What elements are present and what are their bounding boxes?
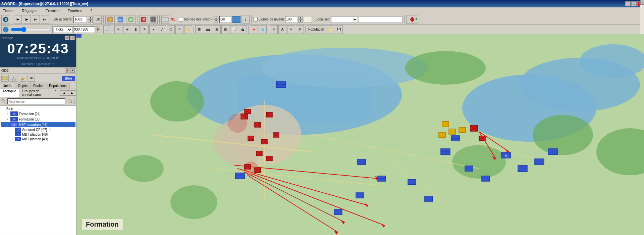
ticks-input[interactable] [73,26,95,33]
mail-button[interactable] [161,15,170,24]
refresh2-button[interactable]: 🔄 [103,25,111,34]
tree-mbt-squadron-46[interactable]: − ⊟ MBT squadron [46] [1,122,75,127]
grid-button[interactable] [149,15,158,24]
zoom-slider[interactable] [11,27,51,32]
atom-button[interactable]: ⚛ [270,25,278,34]
scroll-up-button[interactable]: ▲ [640,0,644,5]
clock-pin-button[interactable]: 📌 [65,36,69,40]
save-map-button[interactable]: 💾 [335,25,343,34]
cursor2-button[interactable]: ✛ [123,25,131,34]
odb-eye-button[interactable]: 👁 [28,75,35,82]
menu-fenetres[interactable]: Fenêtres [66,9,84,13]
expand-formation-24[interactable]: + [5,112,9,116]
delete-button[interactable]: ✕ [139,15,148,24]
lignes-down[interactable]: ▼ [298,19,303,23]
text-button[interactable]: A [278,25,286,34]
tab-foules[interactable]: Foules [31,83,46,89]
tab-populations[interactable]: Populations [46,83,69,89]
lignes-up[interactable]: ▲ [298,16,303,19]
maximize-button[interactable]: □ [631,1,637,6]
ticks-select[interactable]: Ticks [54,26,72,33]
refresh-button[interactable] [126,15,136,24]
tab-unites[interactable]: Unités [0,83,15,89]
odb-tree-button[interactable] [10,75,17,82]
minimize-button[interactable]: — [625,1,631,6]
search-button[interactable] [67,99,75,104]
fast-forward-button[interactable]: ⏭ [41,15,49,24]
odb-pin-button[interactable]: 📌 [65,68,69,73]
lignes-color-btn[interactable] [304,16,312,23]
expand-blue[interactable]: − [1,107,5,111]
hash-button[interactable]: # [296,25,304,34]
cursor-button[interactable]: ↖ [114,25,122,34]
tree-mbt-platoon-48[interactable]: T MBT platoon [48] [1,132,75,137]
search-input[interactable] [7,98,65,104]
odb-layer-button[interactable] [1,75,9,82]
odb-close-button[interactable]: ✕ [70,68,75,73]
subtab-groupes[interactable]: Groupes de connaissance [19,89,50,97]
subtab-next-button[interactable]: ▶ [68,90,76,96]
tree-mbt-platoon-49[interactable]: T MBT platoon [49] [1,137,75,141]
step-button[interactable]: ⏭ [32,15,40,24]
zoom-fit-button[interactable]: ⊞ [213,25,221,34]
population-button[interactable]: Population [307,25,325,34]
montee-eaux-input[interactable] [219,16,231,23]
menu-help[interactable]: ? [89,9,94,13]
speed-up-button[interactable]: ▲ [88,16,93,19]
medic-button[interactable]: ✚ [250,25,258,34]
clock-close-button[interactable]: ✕ [70,36,75,40]
trash-button[interactable]: 🗑 [132,25,140,34]
montee-up[interactable]: ▲ [214,16,218,19]
odb-lock-button[interactable]: 🔒 [19,75,26,82]
montee-arrow-btn[interactable]: ↕ [241,15,250,24]
ticks-down[interactable]: ▼ [96,30,100,33]
montee-down[interactable]: ▼ [214,19,218,23]
tree-formation-24[interactable]: + ⊞ Formation [24] [1,111,75,116]
layers-button[interactable]: 📊 [230,25,238,34]
play-button[interactable]: ▶ [23,15,31,24]
scenario-button[interactable]: ⚡ [105,15,115,24]
localiser-input[interactable] [359,16,402,23]
nav-button[interactable]: ⚑ [406,15,418,24]
subtab-prev-button[interactable]: ◀ [60,90,68,96]
rewind-button[interactable]: ⏮ [14,15,22,24]
tree-blue-root[interactable]: − Blue [1,106,75,111]
lignes-niveau-input[interactable] [285,16,297,23]
world-button[interactable] [1,25,10,34]
tab-objets[interactable]: Objets [15,83,31,89]
folder-button[interactable]: 📁 [326,25,334,34]
polygon-button[interactable]: ⬡ [167,25,175,34]
expand-formation-38[interactable]: + [5,117,9,121]
zoom-fit2-button[interactable]: ⊟ [221,25,229,34]
drop-button[interactable]: 💧 [259,25,267,34]
map-area[interactable]: ⊟ [76,34,644,235]
draw-button[interactable]: ✎ [141,25,149,34]
expand-mbt-46[interactable]: − [5,123,9,127]
measure-button[interactable]: 📐 [184,25,192,34]
map-button[interactable]: MAP [116,15,125,24]
arc-button[interactable]: ◠ [175,25,183,34]
montee-eaux-checkbox[interactable] [179,17,183,21]
montee-color-btn[interactable] [232,16,240,23]
subtab-lo[interactable]: Lo [50,89,59,97]
speed-down-button[interactable]: ▼ [88,19,93,23]
lignes-niveau-checkbox[interactable] [253,17,258,21]
localiser-select[interactable] [331,16,358,23]
home-button[interactable]: S [1,15,10,24]
tree-formation-38[interactable]: + ⊞ Formation [38] [1,116,75,122]
ticks-up[interactable]: ▲ [96,26,100,30]
line-button[interactable]: ╱ [158,25,166,34]
menu-exercice[interactable]: Exercice [44,9,61,13]
menu-fichier[interactable]: Fichier [1,9,15,13]
montee-eaux-less[interactable]: < [211,17,213,21]
point-button[interactable]: • [149,25,157,34]
menu-reglages[interactable]: Réglages [20,9,39,13]
tree-armored-cp-47[interactable]: CP Armored CP [47] P [1,127,75,132]
subtab-tactique[interactable]: Tactique [0,89,19,97]
ok-button[interactable]: Ok [94,15,102,24]
screen-button[interactable]: 🖥 [195,25,203,34]
camera-button[interactable]: 📷 [204,25,212,34]
speed-input[interactable] [73,16,87,23]
lines-button[interactable]: ≡ [287,25,295,34]
road-button[interactable]: 🛣 [239,25,247,34]
